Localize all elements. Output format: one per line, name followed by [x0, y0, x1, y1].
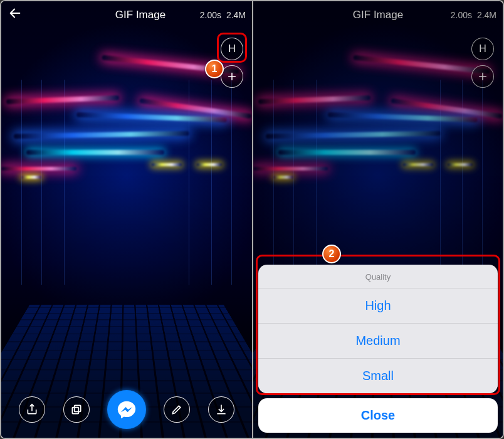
quality-action-sheet: Quality High Medium Small Close — [258, 265, 498, 433]
messenger-send-button[interactable] — [107, 390, 146, 429]
add-button[interactable] — [221, 65, 243, 88]
quality-option-high[interactable]: High — [258, 288, 498, 323]
bottom-toolbar — [1, 388, 252, 431]
callout-badge-2: 2 — [322, 245, 341, 263]
quality-button[interactable]: H — [221, 38, 243, 60]
sheet-title: Quality — [258, 265, 498, 288]
svg-rect-5 — [72, 408, 78, 414]
back-button[interactable] — [1, 1, 29, 29]
download-button[interactable] — [208, 396, 234, 423]
sheet-close-button[interactable]: Close — [258, 398, 498, 433]
callout-badge-1: 1 — [205, 60, 224, 78]
edit-button[interactable] — [164, 396, 190, 423]
size-label: 2.4M — [226, 10, 246, 20]
screenshot-before: GIF Image 2.00s 2.4M H — [1, 1, 252, 438]
share-button[interactable] — [19, 396, 45, 423]
quality-option-small[interactable]: Small — [258, 358, 498, 393]
svg-rect-4 — [74, 405, 80, 411]
quality-option-medium[interactable]: Medium — [258, 323, 498, 358]
layers-button[interactable] — [63, 396, 90, 423]
duration-label: 2.00s — [200, 10, 221, 20]
screenshot-after: GIF Image 2.00s 2.4M H Quality High Medi… — [252, 1, 503, 438]
quality-letter: H — [228, 43, 236, 55]
file-meta: 2.00s 2.4M — [200, 1, 246, 29]
